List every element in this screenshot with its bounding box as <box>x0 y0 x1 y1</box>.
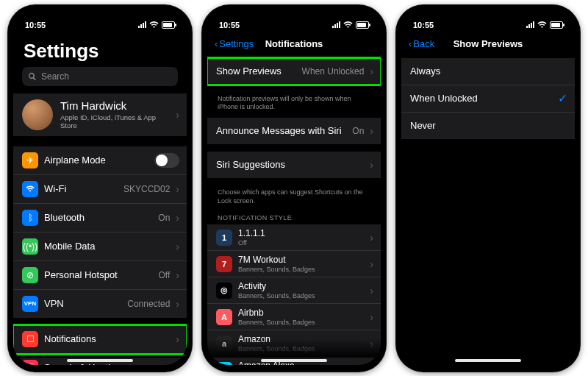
notification-style-header: NOTIFICATION STYLE <box>207 211 381 224</box>
hotspot-icon: ⊘ <box>22 267 38 283</box>
profile-desc: Apple ID, iCloud, iTunes & App Store <box>60 113 168 130</box>
nav-bar: ‹ Back Show Previews <box>401 34 575 55</box>
status-time: 10:55 <box>219 21 240 29</box>
app-sublabel: Banners, Sounds, Badges <box>238 266 364 273</box>
wifi-icon <box>22 181 38 197</box>
airplane-icon: ✈ <box>22 152 38 169</box>
chevron-right-icon: › <box>370 66 373 77</box>
status-time: 10:55 <box>25 21 46 29</box>
previews-footer: Notification previews will only be shown… <box>207 92 381 118</box>
page-title: Settings <box>13 34 187 67</box>
app-name: 1.1.1.1 <box>238 228 364 238</box>
battery-icon <box>356 21 369 29</box>
profile-name: Tim Hardwick <box>60 99 168 112</box>
phone-show-previews: 10:55 ‹ Back Show Previews Always When U… <box>395 4 581 372</box>
app-sublabel: Banners, Sounds, Badges <box>238 292 364 299</box>
app-name: Activity <box>238 281 364 291</box>
avatar <box>22 99 53 130</box>
home-indicator[interactable] <box>261 359 327 362</box>
phone-notifications: 10:55 ‹ Settings Notifications Show Prev… <box>201 4 387 372</box>
chevron-right-icon: › <box>176 363 179 365</box>
airplane-toggle[interactable] <box>154 153 179 168</box>
chevron-right-icon: › <box>370 126 373 136</box>
app-icon: 1 <box>216 230 232 246</box>
signal-icon <box>138 21 146 28</box>
sounds-icon: 🔊 <box>22 360 38 365</box>
app-icon: ○ <box>216 362 232 365</box>
app-name: 7M Workout <box>238 255 364 265</box>
cell-announce-siri[interactable]: Announce Messages with Siri On › <box>207 118 381 144</box>
battery-icon <box>550 21 563 29</box>
wifi-icon <box>149 21 159 29</box>
chevron-right-icon: › <box>176 241 179 252</box>
nav-title: Notifications <box>265 38 323 49</box>
phone-settings: 10:55 Settings Search Tim Hardwick Apple… <box>7 4 193 372</box>
signal-icon <box>332 21 340 28</box>
cell-bluetooth[interactable]: ᛒ Bluetooth On › <box>13 204 187 233</box>
app-row[interactable]: AAirbnbBanners, Sounds, Badges› <box>207 304 381 330</box>
notifications-icon: ☐ <box>22 331 38 347</box>
search-placeholder: Search <box>41 71 69 82</box>
search-input[interactable]: Search <box>22 67 178 86</box>
chevron-right-icon: › <box>176 299 179 309</box>
app-icon: a <box>216 336 232 352</box>
nav-bar: ‹ Settings Notifications <box>207 34 381 55</box>
vpn-icon: VPN <box>22 296 38 312</box>
signal-icon <box>526 21 534 28</box>
back-button[interactable]: ‹ Back <box>409 38 434 49</box>
battery-icon <box>162 21 175 29</box>
app-icon: 7 <box>216 256 232 272</box>
back-button[interactable]: ‹ Settings <box>215 38 254 49</box>
app-sublabel: Banners, Sounds, Badges <box>238 345 364 352</box>
status-time: 10:55 <box>413 21 434 29</box>
chevron-left-icon: ‹ <box>215 38 218 49</box>
siri-footer: Choose which apps can suggest Shortcuts … <box>207 185 381 211</box>
chevron-right-icon: › <box>176 110 179 120</box>
bluetooth-icon: ᛒ <box>22 210 38 226</box>
cell-show-previews[interactable]: Show Previews When Unlocked › <box>207 58 381 85</box>
app-name: Amazon <box>238 334 364 344</box>
option-when-unlocked[interactable]: When Unlocked ✓ <box>401 85 575 113</box>
antenna-icon: ((•)) <box>22 238 38 255</box>
chevron-right-icon: › <box>176 334 179 344</box>
nav-title: Show Previews <box>453 38 523 49</box>
app-row[interactable]: ◎ActivityBanners, Sounds, Badges› <box>207 277 381 304</box>
profile-cell[interactable]: Tim Hardwick Apple ID, iCloud, iTunes & … <box>13 93 187 136</box>
wifi-icon <box>537 21 547 29</box>
app-sublabel: Off <box>238 239 364 246</box>
app-row[interactable]: 11.1.1.1Off› <box>207 224 381 251</box>
wifi-icon <box>343 21 353 29</box>
chevron-right-icon: › <box>370 285 373 296</box>
home-indicator[interactable] <box>455 359 521 362</box>
chevron-right-icon: › <box>176 184 179 194</box>
cell-notifications[interactable]: ☐ Notifications › <box>13 325 187 354</box>
app-name: Airbnb <box>238 308 364 318</box>
cell-vpn[interactable]: VPN VPN Connected › <box>13 290 187 318</box>
cell-airplane[interactable]: ✈ Airplane Mode <box>13 146 187 175</box>
chevron-right-icon: › <box>176 213 179 223</box>
app-icon: A <box>216 309 232 325</box>
cell-wifi[interactable]: Wi-Fi SKYCCD02 › <box>13 175 187 204</box>
search-icon <box>28 72 37 81</box>
cell-hotspot[interactable]: ⊘ Personal Hotspot Off › <box>13 261 187 290</box>
checkmark-icon: ✓ <box>558 91 567 105</box>
chevron-left-icon: ‹ <box>409 38 412 49</box>
chevron-right-icon: › <box>370 160 373 170</box>
chevron-right-icon: › <box>370 259 373 269</box>
app-row[interactable]: 77M WorkoutBanners, Sounds, Badges› <box>207 251 381 277</box>
chevron-right-icon: › <box>370 312 373 322</box>
chevron-right-icon: › <box>370 233 373 243</box>
cell-siri-suggestions[interactable]: Siri Suggestions › <box>207 152 381 178</box>
option-never[interactable]: Never <box>401 113 575 139</box>
home-indicator[interactable] <box>67 359 133 362</box>
cell-cellular[interactable]: ((•)) Mobile Data › <box>13 233 187 261</box>
app-row[interactable]: aAmazonBanners, Sounds, Badges› <box>207 330 381 357</box>
app-icon: ◎ <box>216 283 232 299</box>
chevron-right-icon: › <box>176 270 179 280</box>
chevron-right-icon: › <box>370 338 373 349</box>
option-always[interactable]: Always <box>401 58 575 85</box>
app-sublabel: Banners, Sounds, Badges <box>238 319 364 326</box>
